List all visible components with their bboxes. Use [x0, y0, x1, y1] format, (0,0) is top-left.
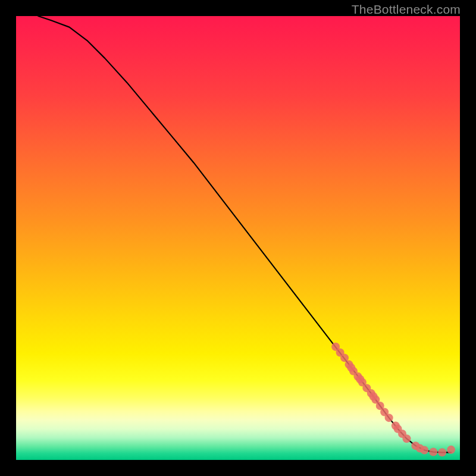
- plot-area: [16, 16, 460, 460]
- scatter-point: [420, 446, 428, 455]
- chart-stage: TheBottleneck.com: [0, 0, 476, 476]
- scatter-point: [429, 448, 437, 456]
- scatter-point: [438, 448, 446, 456]
- watermark-text: TheBottleneck.com: [352, 2, 461, 17]
- scatter-point: [385, 414, 393, 422]
- scatter-point: [402, 434, 411, 443]
- plot-svg: [16, 16, 460, 460]
- curve-path: [38, 16, 451, 452]
- scatter-markers: [331, 343, 455, 457]
- scatter-point: [447, 446, 455, 454]
- curve-line: [38, 16, 451, 452]
